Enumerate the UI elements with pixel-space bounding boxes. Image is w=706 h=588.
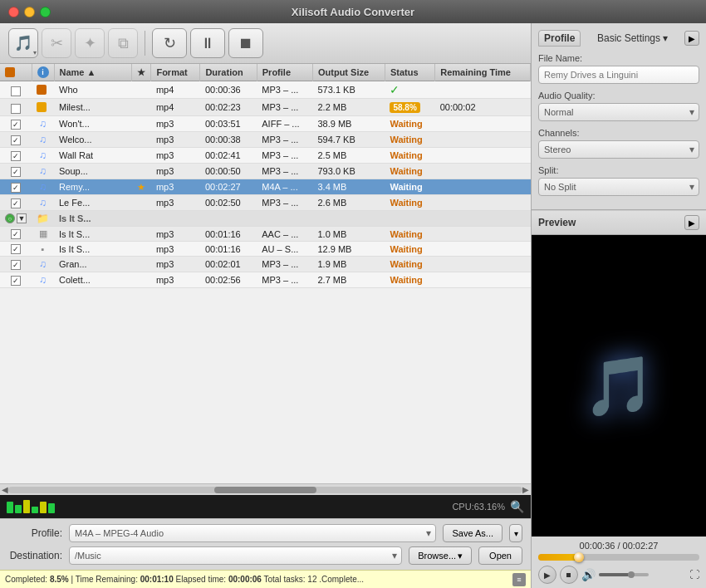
fullscreen-button[interactable]: ⛶: [689, 569, 699, 581]
cut-button[interactable]: ✂: [42, 28, 71, 58]
col-star[interactable]: ★: [132, 64, 151, 81]
row-checkbox[interactable]: [11, 151, 21, 161]
check-cell[interactable]: [0, 116, 32, 132]
minimize-button[interactable]: [24, 7, 35, 17]
star-cell[interactable]: [132, 116, 151, 132]
cpu-settings-icon[interactable]: 🔍: [510, 500, 524, 513]
row-checkbox[interactable]: [11, 260, 21, 270]
stop-button[interactable]: ⏹: [228, 28, 263, 58]
split-select[interactable]: No Split: [538, 178, 699, 196]
basic-settings-tab[interactable]: Basic Settings ▾: [592, 31, 673, 46]
add-button[interactable]: 🎵 ▾: [8, 28, 38, 58]
row-checkbox[interactable]: [11, 104, 21, 114]
check-cell[interactable]: ○▼: [0, 211, 32, 227]
check-cell[interactable]: [0, 257, 32, 272]
star-cell[interactable]: ★: [132, 179, 151, 195]
star-cell[interactable]: [132, 242, 151, 257]
check-cell[interactable]: [0, 148, 32, 164]
col-name[interactable]: Name ▲: [54, 64, 132, 81]
volume-icon[interactable]: 🔊: [581, 568, 596, 581]
maximize-button[interactable]: [40, 7, 51, 17]
col-profile[interactable]: Profile: [257, 64, 312, 81]
progress-thumb[interactable]: [574, 552, 584, 562]
status-log-icon[interactable]: ≡: [512, 573, 526, 586]
table-row[interactable]: Milest... mp4 00:02:23 MP3 – ... 2.2 MB …: [0, 99, 531, 116]
progress-bar[interactable]: [538, 554, 699, 561]
star-cell[interactable]: [132, 164, 151, 179]
select-all-indicator[interactable]: [5, 67, 15, 77]
star-cell[interactable]: [132, 211, 151, 227]
check-cell[interactable]: [0, 195, 32, 211]
col-duration[interactable]: Duration: [200, 64, 257, 81]
col-format[interactable]: Format: [151, 64, 200, 81]
effects-button[interactable]: ✦: [75, 28, 105, 58]
scroll-right-arrow[interactable]: ▶: [522, 485, 529, 494]
preview-nav-arrow[interactable]: ▶: [684, 215, 699, 230]
star-cell[interactable]: [132, 99, 151, 116]
stop-player-button[interactable]: ⏹: [560, 566, 578, 584]
row-checkbox[interactable]: [11, 167, 21, 177]
col-output-size[interactable]: Output Size: [312, 64, 385, 81]
refresh-button[interactable]: ↻: [152, 28, 187, 58]
row-checkbox[interactable]: [11, 229, 21, 239]
table-row[interactable]: Who mp4 00:00:36 MP3 – ... 573.1 KB ✓: [0, 81, 531, 99]
file-name-input[interactable]: [538, 66, 699, 84]
table-row[interactable]: ♫ Welco... mp3 00:00:38 MP3 – ... 594.7 …: [0, 132, 531, 148]
file-table-container[interactable]: i Name ▲ ★ Format Duration Profile Outpu…: [0, 64, 531, 483]
table-row[interactable]: ○▼ 📁 Is It S...: [0, 211, 531, 227]
check-cell[interactable]: [0, 272, 32, 288]
browse-dropdown-arrow[interactable]: ▾: [458, 551, 463, 561]
scroll-left-arrow[interactable]: ◀: [2, 485, 8, 494]
row-checkbox[interactable]: [11, 244, 21, 254]
open-button[interactable]: Open: [478, 546, 522, 565]
channels-select[interactable]: Stereo: [538, 140, 699, 159]
row-checkbox[interactable]: [11, 120, 21, 130]
row-checkbox[interactable]: [11, 135, 21, 145]
star-cell[interactable]: [132, 195, 151, 211]
row-checkbox[interactable]: [11, 276, 21, 286]
scroll-thumb[interactable]: [214, 487, 317, 493]
save-as-dropdown[interactable]: ▾: [509, 524, 522, 542]
save-as-button[interactable]: Save As...: [443, 524, 503, 542]
profile-select[interactable]: M4A – MPEG-4 Audio: [69, 524, 436, 542]
star-cell[interactable]: [132, 272, 151, 288]
star-cell[interactable]: [132, 257, 151, 272]
col-remaining[interactable]: Remaining Time: [435, 64, 531, 81]
table-row[interactable]: ♫ Won't... mp3 00:03:51 AIFF – ... 38.9 …: [0, 116, 531, 132]
h-scrollbar[interactable]: ◀ ▶: [0, 483, 531, 495]
row-checkbox[interactable]: [11, 198, 21, 208]
volume-slider[interactable]: [599, 573, 649, 576]
audio-quality-select[interactable]: Normal: [538, 103, 699, 121]
col-status[interactable]: Status: [385, 64, 434, 81]
destination-select[interactable]: /Music: [69, 546, 402, 565]
table-row[interactable]: ♫ Wall Rat mp3 00:02:41 MP3 – ... 2.5 MB…: [0, 148, 531, 164]
row-checkbox[interactable]: [11, 86, 21, 96]
table-row[interactable]: ♫ Soup... mp3 00:00:50 MP3 – ... 793.0 K…: [0, 164, 531, 179]
star-cell[interactable]: [132, 227, 151, 242]
table-row[interactable]: ♫ Gran... mp3 00:02:01 MP3 – ... 1.9 MB …: [0, 257, 531, 272]
check-cell[interactable]: [0, 81, 32, 99]
table-row[interactable]: ♫ Remy... ★ mp3 00:02:27 M4A – ... 3.4 M…: [0, 179, 531, 195]
check-cell[interactable]: [0, 242, 32, 257]
folder-indicator[interactable]: ▼: [17, 213, 27, 223]
check-cell[interactable]: [0, 99, 32, 116]
group-open-indicator[interactable]: ○: [5, 213, 15, 223]
nav-arrow-button[interactable]: ▶: [684, 31, 699, 46]
close-button[interactable]: [8, 7, 19, 17]
star-cell[interactable]: [132, 81, 151, 99]
add-dropdown-arrow[interactable]: ▾: [33, 49, 37, 56]
table-row[interactable]: ▦ Is It S... mp3 00:01:16 AAC – ... 1.0 …: [0, 227, 531, 242]
browse-button[interactable]: Browse... ▾: [409, 546, 472, 565]
play-button[interactable]: ▶: [538, 566, 556, 584]
pause-button[interactable]: ⏸: [190, 28, 225, 58]
merge-button[interactable]: ⧉: [108, 28, 138, 58]
check-cell[interactable]: [0, 132, 32, 148]
star-cell[interactable]: [132, 132, 151, 148]
check-cell[interactable]: [0, 164, 32, 179]
check-cell[interactable]: [0, 179, 32, 195]
table-row[interactable]: ♫ Colett... mp3 00:02:56 MP3 – ... 2.7 M…: [0, 272, 531, 288]
check-cell[interactable]: [0, 227, 32, 242]
table-row[interactable]: ♫ Le Fe... mp3 00:02:50 MP3 – ... 2.6 MB…: [0, 195, 531, 211]
star-cell[interactable]: [132, 148, 151, 164]
volume-thumb[interactable]: [628, 571, 635, 578]
